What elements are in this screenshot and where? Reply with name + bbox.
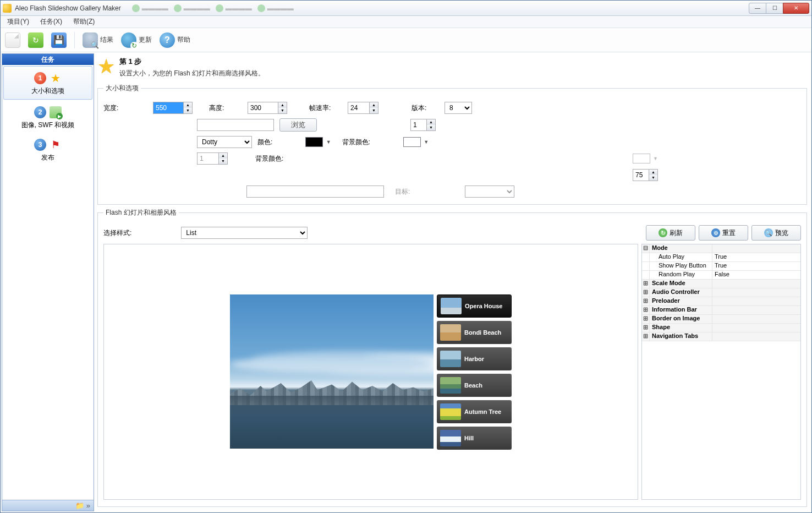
fps-spinner[interactable]: ▲▼ xyxy=(370,102,378,114)
prop-scale[interactable]: ⊞Scale Mode xyxy=(642,280,800,288)
open-icon[interactable] xyxy=(28,32,43,48)
prop-preloader[interactable]: ⊞Preloader xyxy=(642,297,800,306)
height-input[interactable] xyxy=(248,102,278,114)
toolbar-help[interactable]: 帮助 xyxy=(160,32,190,48)
sidebar-item-size[interactable]: 1 ★ 大小和选项 xyxy=(3,66,92,100)
bgcolor-swatch[interactable] xyxy=(403,137,421,147)
link-input[interactable] xyxy=(246,185,384,198)
style-select[interactable]: List xyxy=(181,227,308,239)
slide-item-5[interactable]: Hill xyxy=(437,427,512,450)
preview-pane: Opera House Bondi Beach Harbor Beach Aut… xyxy=(103,244,638,500)
preview-button[interactable]: 预览 xyxy=(751,225,801,241)
path-input[interactable] xyxy=(197,119,274,131)
fps-input[interactable] xyxy=(348,102,370,114)
select-style-label: 选择样式: xyxy=(103,228,131,238)
thumb-icon xyxy=(440,351,461,367)
num2-spinner[interactable]: ▲▼ xyxy=(219,152,228,165)
slide-item-0[interactable]: Opera House xyxy=(437,294,512,318)
menu-task[interactable]: 任务(X) xyxy=(36,16,67,28)
prop-audio[interactable]: ⊞Audio Controller xyxy=(642,288,800,297)
refresh-button[interactable]: 刷新 xyxy=(646,225,695,241)
prop-border[interactable]: ⊞Border on Image xyxy=(642,315,800,324)
chevron-down-icon[interactable]: ▼ xyxy=(653,156,658,161)
slide-list: Opera House Bondi Beach Harbor Beach Aut… xyxy=(437,294,512,450)
thumb-icon xyxy=(440,324,461,341)
expand-icon[interactable]: ⊞ xyxy=(642,324,650,332)
step1-badge-icon: 1 xyxy=(34,72,46,84)
body: 任务 1 ★ 大小和选项 2 图像, SWF 和视频 xyxy=(1,52,811,512)
target-select[interactable] xyxy=(465,185,514,198)
chevron-down-icon[interactable]: ▼ xyxy=(424,139,429,145)
menu-project[interactable]: 项目(Y) xyxy=(3,16,34,28)
slide-item-2[interactable]: Harbor xyxy=(437,347,512,370)
big-star-icon: ★ xyxy=(97,57,115,77)
browse-button[interactable]: 浏览 xyxy=(279,118,317,132)
prop-showplay[interactable]: Show Play ButtonTrue xyxy=(642,262,800,271)
help-icon xyxy=(160,32,175,48)
toolbar-update[interactable]: 更新 xyxy=(121,32,152,48)
minimize-button[interactable]: — xyxy=(749,3,766,14)
expand-icon[interactable]: ⊞ xyxy=(642,332,650,341)
slideshow-preview: Opera House Bondi Beach Harbor Beach Aut… xyxy=(230,294,512,450)
color-swatch[interactable] xyxy=(305,137,323,147)
prop-autoplay[interactable]: Auto PlayTrue xyxy=(642,253,800,262)
folder-icon[interactable]: 📁 xyxy=(75,501,84,510)
num75-input[interactable] xyxy=(633,169,649,181)
collapse-icon[interactable]: ⊟ xyxy=(642,244,650,253)
toolbar-result-label: 结果 xyxy=(100,35,113,45)
sidebar-item-publish[interactable]: 3 ⚑ 发布 xyxy=(2,133,94,166)
height-spinner[interactable]: ▲▼ xyxy=(278,102,287,114)
menubar: 项目(Y) 任务(X) 帮助(Z) xyxy=(1,16,811,28)
slide-item-4[interactable]: Autumn Tree xyxy=(437,400,512,423)
toolbar-result[interactable]: 结果 xyxy=(83,32,113,48)
sidebar-items: 1 ★ 大小和选项 2 图像, SWF 和视频 3 ⚑ xyxy=(2,65,94,500)
size-options-legend: 大小和选项 xyxy=(103,84,141,93)
num75-spinner[interactable]: ▲▼ xyxy=(649,169,658,181)
num1-input[interactable] xyxy=(410,119,427,131)
main-content: ★ 第 1 步 设置大小，为您的 Flash 幻灯片和画廊选择风格。 大小和选项… xyxy=(95,52,811,512)
num1-spinner[interactable]: ▲▼ xyxy=(427,119,436,131)
menu-help[interactable]: 帮助(Z) xyxy=(69,16,99,28)
prop-infobar[interactable]: ⊞Information Bar xyxy=(642,306,800,315)
star-icon: ★ xyxy=(50,72,62,84)
width-input[interactable] xyxy=(153,102,184,114)
step3-badge-icon: 3 xyxy=(34,139,46,151)
picture-icon xyxy=(50,106,62,118)
prop-mode[interactable]: ⊟Mode xyxy=(642,244,800,253)
chevron-right-icon[interactable]: » xyxy=(86,501,90,510)
version-select[interactable]: 8 xyxy=(445,102,472,114)
maximize-button[interactable]: ☐ xyxy=(766,3,783,14)
toolbar: 结果 更新 帮助 xyxy=(1,28,811,52)
size-options-fieldset: 大小和选项 宽度: ▲▼ 高度: ▲▼ 帧速率: ▲▼ xyxy=(97,84,807,205)
prop-shape[interactable]: ⊞Shape xyxy=(642,324,800,332)
style-legend: Flash 幻灯片和相册风格 xyxy=(103,208,179,217)
prop-random[interactable]: Random PlayFalse xyxy=(642,271,800,280)
reset-icon xyxy=(711,228,720,237)
num2-input[interactable] xyxy=(197,152,219,165)
bgcolor2-swatch[interactable] xyxy=(633,154,650,163)
chevron-down-icon[interactable]: ▼ xyxy=(326,139,331,145)
toolbar-update-label: 更新 xyxy=(139,35,152,45)
step-title: 第 1 步 xyxy=(119,57,265,67)
reset-button[interactable]: 重置 xyxy=(699,225,748,241)
expand-icon[interactable]: ⊞ xyxy=(642,288,650,297)
width-spinner[interactable]: ▲▼ xyxy=(184,102,193,114)
expand-icon[interactable]: ⊞ xyxy=(642,306,650,314)
thumb-icon xyxy=(440,403,461,420)
thumb-icon xyxy=(440,430,461,446)
prop-navtabs[interactable]: ⊞Navigation Tabs xyxy=(642,332,800,341)
slide-item-3[interactable]: Beach xyxy=(437,374,512,397)
close-button[interactable]: ✕ xyxy=(783,3,809,14)
app-window: Aleo Flash Slideshow Gallery Maker ▬▬▬▬▬… xyxy=(0,0,812,513)
expand-icon[interactable]: ⊞ xyxy=(642,297,650,305)
step2-badge-icon: 2 xyxy=(34,106,46,118)
save-icon[interactable] xyxy=(51,32,67,48)
dotty-select[interactable]: Dotty xyxy=(197,136,252,148)
preview-area: Opera House Bondi Beach Harbor Beach Aut… xyxy=(103,244,801,500)
new-icon[interactable] xyxy=(5,32,20,48)
expand-icon[interactable]: ⊞ xyxy=(642,315,650,323)
slide-item-1[interactable]: Bondi Beach xyxy=(437,321,512,344)
expand-icon[interactable]: ⊞ xyxy=(642,280,650,288)
sidebar-item-media[interactable]: 2 图像, SWF 和视频 xyxy=(2,101,94,133)
style-fieldset: Flash 幻灯片和相册风格 选择样式: List 刷新 重置 预览 xyxy=(97,208,807,507)
